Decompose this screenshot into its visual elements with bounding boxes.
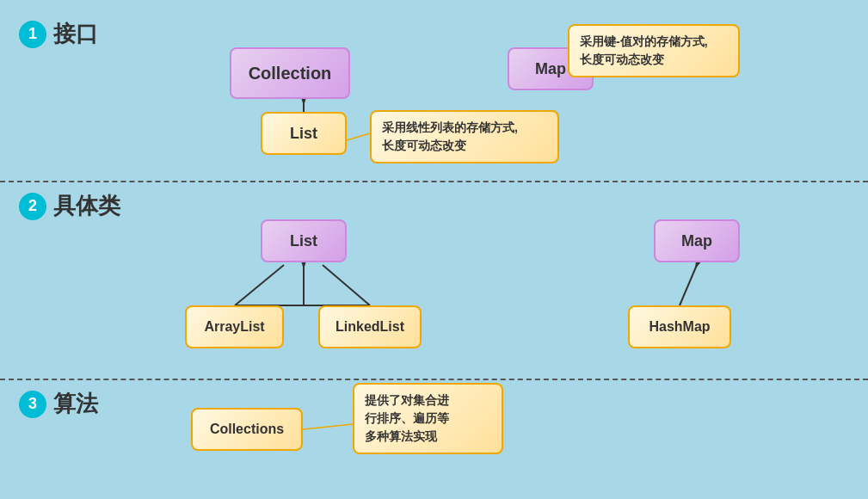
circle-1: 1 [19, 21, 46, 48]
divider-1 [0, 181, 868, 182]
svg-line-3 [323, 265, 370, 305]
section3-label: 3 算法 [19, 389, 98, 419]
hashmap-box: HashMap [628, 305, 731, 348]
collections-box: Collections [191, 408, 303, 451]
callout-list-text: 采用线性列表的存储方式, 长度可动态改变 [382, 120, 518, 152]
section1-label: 1 接口 [19, 19, 98, 49]
callout-collections-text: 提供了对集合进 行排序、遍历等 多种算法实现 [365, 393, 449, 443]
collection-box: Collection [230, 47, 350, 99]
section2-text: 具体类 [53, 191, 120, 221]
list-box1: List [261, 112, 347, 155]
callout-map: 采用键-值对的存储方式, 长度可动态改变 [568, 24, 740, 77]
callout-list: 采用线性列表的存储方式, 长度可动态改变 [370, 110, 559, 163]
linkedlist-box: LinkedList [318, 305, 422, 348]
list-box2: List [261, 219, 347, 262]
callout-collections: 提供了对集合进 行排序、遍历等 多种算法实现 [353, 383, 503, 454]
section3-text: 算法 [53, 389, 98, 419]
map-box2: Map [654, 219, 740, 262]
circle-3: 3 [19, 391, 46, 418]
svg-line-8 [680, 265, 697, 305]
circle-2: 2 [19, 193, 46, 220]
divider-2 [0, 379, 868, 380]
svg-line-11 [303, 424, 353, 429]
callout-map-text: 采用键-值对的存储方式, 长度可动态改变 [580, 34, 708, 66]
svg-line-10 [347, 133, 370, 140]
section2-label: 2 具体类 [19, 191, 120, 221]
section1-text: 接口 [53, 19, 98, 49]
svg-line-2 [235, 265, 284, 305]
arraylist-box: ArrayList [185, 305, 284, 348]
